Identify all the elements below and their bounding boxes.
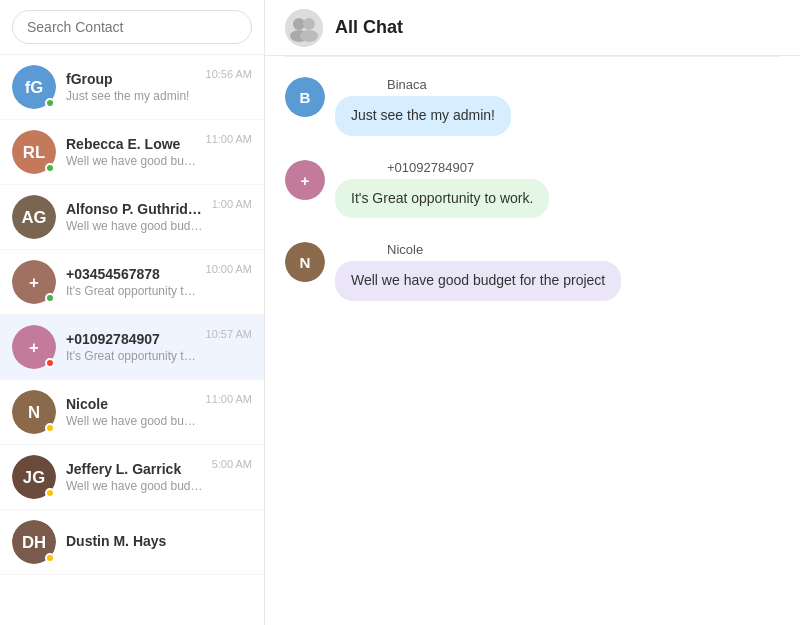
contact-time: 1:00 AM [212,198,252,210]
contact-info: +03454567878 It's Great opportunity to w… [66,266,200,298]
message-row: N Nicole Well we have good budget for th… [285,242,780,301]
contact-time: 11:00 AM [206,393,252,405]
message-bubble: It's Great opportunity to work. [335,179,549,219]
msg-avatar: N [285,242,325,282]
chat-title: All Chat [335,17,403,38]
contact-preview: Well we have good budget... [66,154,200,168]
svg-text:+: + [29,273,39,292]
contact-info: +01092784907 It's Great opportunity to w… [66,331,200,363]
contact-item[interactable]: fG fGroup Just see the my admin! 10:56 A… [0,55,264,120]
svg-text:fG: fG [25,78,44,97]
contact-time: 10:57 AM [206,328,252,340]
avatar-wrap: DH [12,520,56,564]
contact-name: +03454567878 [66,266,200,282]
contact-time: 11:00 AM [206,133,252,145]
message-bubble: Just see the my admin! [335,96,511,136]
message-row: + +01092784907 It's Great opportunity to… [285,160,780,219]
all-chat-icon [285,9,323,47]
status-dot [45,293,55,303]
contact-item[interactable]: AG Alfonso P. Guthridgee Well we have go… [0,185,264,250]
avatar-wrap: JG [12,455,56,499]
contact-item[interactable]: DH Dustin M. Hays [0,510,264,575]
svg-text:RL: RL [23,143,45,162]
contact-time: 10:56 AM [206,68,252,80]
search-container [0,0,264,55]
svg-point-18 [303,18,315,30]
message-group: N Nicole Well we have good budget for th… [285,242,780,301]
chat-header: All Chat [265,0,800,56]
message-sender: +01092784907 [387,160,549,175]
msg-avatar: + [285,160,325,200]
chat-panel: All Chat B Binaca Just see the my admin!… [265,0,800,625]
avatar-wrap: N [12,390,56,434]
contact-info: Dustin M. Hays [66,533,246,551]
contact-name: fGroup [66,71,200,87]
message-content: Nicole Well we have good budget for the … [335,242,621,301]
contact-info: Jeffery L. Garrick Well we have good bud… [66,461,206,493]
svg-text:DH: DH [22,533,46,552]
contact-info: Nicole Well we have good budget... [66,396,200,428]
contact-item[interactable]: JG Jeffery L. Garrick Well we have good … [0,445,264,510]
contact-name: Rebecca E. Lowe [66,136,200,152]
svg-text:JG: JG [23,468,45,487]
contact-item[interactable]: RL Rebecca E. Lowe Well we have good bud… [0,120,264,185]
avatar-wrap: fG [12,65,56,109]
contact-preview: Well we have good budget... [66,414,200,428]
message-row: B Binaca Just see the my admin! [285,77,780,136]
svg-text:AG: AG [21,208,46,227]
avatar: AG [12,195,56,239]
svg-text:+: + [301,171,310,188]
message-content: +01092784907 It's Great opportunity to w… [335,160,549,219]
svg-text:B: B [300,89,311,106]
contact-time: 5:00 AM [212,458,252,470]
chat-messages: B Binaca Just see the my admin! + +01092… [265,57,800,625]
contact-info: Alfonso P. Guthridgee Well we have good … [66,201,206,233]
contact-preview: It's Great opportunity to w... [66,284,200,298]
status-dot [45,488,55,498]
status-dot [45,358,55,368]
message-group: B Binaca Just see the my admin! [285,77,780,136]
status-dot [45,163,55,173]
status-dot [45,423,55,433]
contact-preview: Well we have good budget... [66,219,206,233]
svg-text:+: + [29,338,39,357]
contact-item[interactable]: N Nicole Well we have good budget... 11:… [0,380,264,445]
message-sender: Binaca [387,77,511,92]
avatar-wrap: AG [12,195,56,239]
search-input[interactable] [12,10,252,44]
contact-item[interactable]: + +01092784907 It's Great opportunity to… [0,315,264,380]
contact-time: 10:00 AM [206,263,252,275]
contact-name: +01092784907 [66,331,200,347]
contact-name: Dustin M. Hays [66,533,246,549]
svg-point-16 [285,9,323,47]
contact-list: fG fGroup Just see the my admin! 10:56 A… [0,55,264,625]
message-sender: Nicole [387,242,621,257]
contact-preview: It's Great opportunity to w... [66,349,200,363]
message-group: + +01092784907 It's Great opportunity to… [285,160,780,219]
svg-text:N: N [28,403,40,422]
avatar-wrap: + [12,260,56,304]
contact-info: Rebecca E. Lowe Well we have good budget… [66,136,200,168]
message-content: Binaca Just see the my admin! [335,77,511,136]
contact-preview: Just see the my admin! [66,89,200,103]
svg-point-20 [300,30,318,42]
contact-info: fGroup Just see the my admin! [66,71,200,103]
chat-header-avatar [285,9,323,47]
status-dot [45,98,55,108]
svg-text:N: N [300,254,311,271]
message-bubble: Well we have good budget for the project [335,261,621,301]
contact-name: Alfonso P. Guthridgee [66,201,206,217]
msg-avatar: B [285,77,325,117]
avatar-wrap: + [12,325,56,369]
contact-name: Nicole [66,396,200,412]
contact-item[interactable]: + +03454567878 It's Great opportunity to… [0,250,264,315]
contact-preview: Well we have good budget... [66,479,206,493]
avatar-wrap: RL [12,130,56,174]
status-dot [45,553,55,563]
sidebar: fG fGroup Just see the my admin! 10:56 A… [0,0,265,625]
contact-name: Jeffery L. Garrick [66,461,206,477]
